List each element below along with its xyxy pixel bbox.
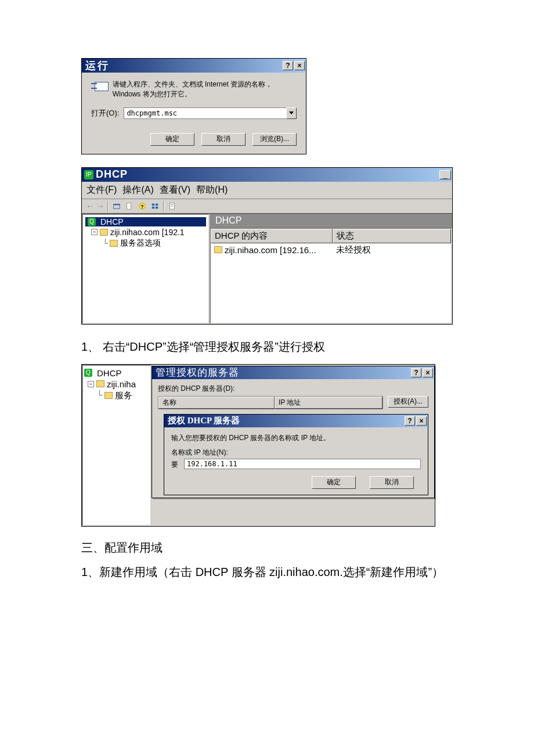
svg-rect-5 [152, 203, 154, 206]
dhcp-icon: Q [88, 218, 96, 226]
up-icon[interactable] [111, 201, 122, 211]
dhcp-mmc-window: IP DHCP _ 文件(F) 操作(A) 查看(V) 帮助(H) ← → ? … [81, 167, 453, 325]
tree-root-label: DHCP [100, 217, 124, 226]
column-content[interactable]: DHCP 的内容 [211, 229, 333, 243]
back-button[interactable]: ← [85, 201, 95, 211]
authorize-button[interactable]: 授权(A)... [388, 396, 428, 408]
mmc-titlebar: IP DHCP _ [82, 168, 452, 182]
run-dialog: 运行 ? × 请键入程序、文件夹、文档或 Internet 资源的名称，Wind… [81, 58, 306, 154]
tree-server-node[interactable]: − ziji.nihao.com [192.1 [91, 228, 206, 237]
help-icon[interactable]: ? [136, 201, 148, 211]
mmc-title-text: DHCP [96, 168, 439, 181]
folder-icon [110, 240, 118, 247]
refresh-icon[interactable] [167, 201, 178, 211]
combobox-dropdown-button[interactable] [286, 107, 297, 119]
open-combobox[interactable] [124, 107, 297, 119]
browse-button[interactable]: 浏览(B)... [252, 133, 297, 146]
svg-rect-1 [114, 204, 120, 205]
list-row[interactable]: ziji.nihao.com [192.16... 未经授权 [211, 243, 451, 257]
run-title-text: 运行 [85, 59, 282, 73]
side-label: 要 [171, 460, 178, 470]
menubar: 文件(F) 操作(A) 查看(V) 帮助(H) [82, 182, 452, 199]
cancel-button[interactable]: 取消 [201, 133, 246, 146]
dhcp-mmc-window-2: Q DHCP − ziji.niha └ 服务 管理授权的服务器 ? × 授权的… [81, 364, 435, 527]
tree-collapse-icon[interactable]: − [91, 229, 98, 235]
server-icon [214, 246, 222, 253]
sub-input-label: 名称或 IP 地址(N): [171, 448, 421, 458]
run-message: 请键入程序、文件夹、文档或 Internet 资源的名称，Windows 将为您… [113, 80, 297, 99]
close-button[interactable]: × [423, 368, 433, 377]
sub-titlebar: 授权 DHCP 服务器 ? × [164, 415, 428, 427]
open-input[interactable] [124, 107, 286, 119]
auth-titlebar: 管理授权的服务器 ? × [152, 366, 434, 379]
help-button[interactable]: ? [411, 368, 421, 377]
tree-root-label: DHCP [97, 368, 122, 378]
server-icon [96, 380, 104, 387]
tree-server-options-label: 服务器选项 [120, 238, 161, 249]
tree-server-label: ziji.niha [107, 379, 136, 389]
tree-connector-icon: └ [103, 239, 107, 248]
toolbar-separator [163, 201, 164, 211]
menu-view[interactable]: 查看(V) [160, 184, 190, 196]
sub-message: 输入您想要授权的 DHCP 服务器的名称或 IP 地址。 [171, 433, 421, 443]
run-icon [91, 80, 106, 93]
minimize-button[interactable]: _ [439, 170, 451, 179]
instruction-1: 1、 右击“DHCP”选择“管理授权服务器”进行授权 [81, 337, 453, 356]
ok-button[interactable]: 确定 [150, 133, 194, 146]
tree-root[interactable]: Q DHCP [84, 368, 149, 378]
dhcp-icon: Q [84, 369, 92, 377]
menu-file[interactable]: 文件(F) [86, 184, 117, 196]
dhcp-icon: IP [84, 170, 93, 179]
list-header: DHCP 的内容 状态 [211, 229, 451, 243]
help-button[interactable]: ? [283, 61, 293, 70]
tree-server-options[interactable]: └ 服务 [97, 390, 149, 401]
heading-3: 三、配置作用域 [81, 538, 453, 557]
svg-text:?: ? [140, 203, 143, 209]
row-status: 未经授权 [336, 244, 448, 255]
menu-action[interactable]: 操作(A) [122, 184, 153, 196]
close-button[interactable]: × [294, 61, 305, 70]
details-list[interactable]: DHCP 的内容 状态 ziji.nihao.com [192.16... 未经… [210, 228, 452, 324]
toolbar: ← → ? [82, 199, 452, 214]
tree-connector-icon: └ [97, 390, 102, 401]
server-icon [100, 229, 108, 236]
column-status[interactable]: 状态 [333, 229, 451, 243]
ok-button[interactable]: 确定 [312, 476, 356, 489]
svg-rect-7 [152, 206, 154, 208]
open-label: 打开(O): [91, 108, 119, 118]
toolbar-separator [107, 201, 109, 211]
properties-icon[interactable] [124, 201, 135, 211]
column-name[interactable]: 名称 [158, 397, 275, 409]
auth-title: 管理授权的服务器 [156, 366, 410, 379]
details-header: DHCP [210, 214, 452, 228]
row-name: ziji.nihao.com [192.16... [225, 245, 316, 255]
cancel-button[interactable]: 取消 [370, 476, 414, 489]
tree-pane-2[interactable]: Q DHCP − ziji.niha └ 服务 [82, 365, 151, 526]
svg-rect-8 [156, 206, 158, 208]
sub-title: 授权 DHCP 服务器 [168, 415, 403, 426]
instruction-3-1: 1、新建作用域（右击 DHCP 服务器 ziji.nihao.com.选择“新建… [81, 563, 453, 581]
manage-auth-dialog: 管理授权的服务器 ? × 授权的 DHCP 服务器(D): 名称 IP 地址 授… [151, 366, 435, 498]
forward-button[interactable]: → [96, 201, 105, 211]
tree-server-options[interactable]: └ 服务器选项 [103, 238, 206, 249]
tree-root[interactable]: Q DHCP [85, 217, 206, 226]
run-titlebar: 运行 ? × [82, 59, 306, 73]
tree-server-label: ziji.nihao.com [192.1 [110, 228, 185, 237]
tree-options-label: 服务 [115, 390, 132, 401]
tree-server-node[interactable]: − ziji.niha [88, 379, 149, 389]
tree-collapse-icon[interactable]: − [88, 381, 94, 387]
column-ip[interactable]: IP 地址 [275, 397, 383, 409]
list-icon[interactable] [149, 201, 161, 211]
details-pane: DHCP DHCP 的内容 状态 ziji.nihao.com [192.16.… [210, 214, 452, 324]
chevron-down-icon [289, 111, 294, 114]
menu-help[interactable]: 帮助(H) [196, 184, 228, 196]
svg-rect-6 [156, 203, 158, 206]
authorize-server-dialog: 授权 DHCP 服务器 ? × 输入您想要授权的 DHCP 服务器的名称或 IP… [164, 414, 428, 495]
folder-icon [104, 392, 113, 399]
auth-list-label: 授权的 DHCP 服务器(D): [158, 384, 428, 394]
name-or-ip-input[interactable] [184, 459, 421, 469]
tree-pane[interactable]: Q DHCP − ziji.nihao.com [192.1 └ 服务器选项 [82, 214, 210, 324]
svg-rect-2 [127, 203, 131, 209]
help-button[interactable]: ? [405, 416, 415, 426]
close-button[interactable]: × [416, 416, 427, 426]
